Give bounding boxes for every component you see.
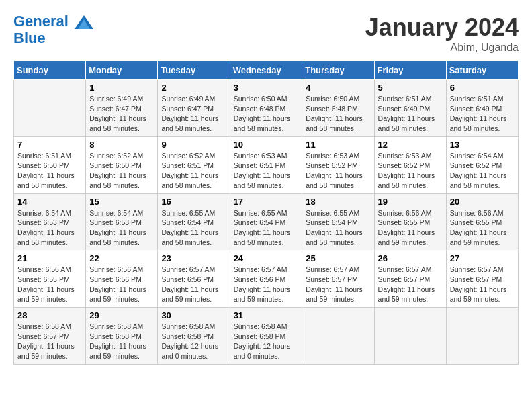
day-number: 24 [234, 253, 299, 263]
calendar-cell: 10Sunrise: 6:53 AMSunset: 6:51 PMDayligh… [230, 136, 302, 193]
calendar-cell [14, 80, 86, 137]
logo-icon [75, 15, 93, 29]
day-number: 19 [378, 197, 443, 207]
calendar-cell: 4Sunrise: 6:50 AMSunset: 6:48 PMDaylight… [302, 80, 374, 137]
day-info: Sunrise: 6:55 AMSunset: 6:54 PMDaylight:… [306, 208, 370, 248]
day-number: 10 [234, 140, 299, 150]
calendar-cell: 27Sunrise: 6:57 AMSunset: 6:57 PMDayligh… [446, 250, 518, 308]
day-number: 25 [306, 253, 370, 263]
day-number: 17 [234, 197, 299, 207]
day-number: 28 [17, 310, 82, 320]
day-info: Sunrise: 6:49 AMSunset: 6:47 PMDaylight:… [89, 94, 154, 134]
day-info: Sunrise: 6:55 AMSunset: 6:54 PMDaylight:… [161, 208, 226, 248]
calendar-cell [446, 308, 518, 365]
day-number: 20 [450, 197, 515, 207]
calendar-cell: 15Sunrise: 6:54 AMSunset: 6:53 PMDayligh… [86, 193, 158, 250]
calendar-cell: 16Sunrise: 6:55 AMSunset: 6:54 PMDayligh… [158, 193, 230, 250]
calendar-cell: 28Sunrise: 6:58 AMSunset: 6:57 PMDayligh… [14, 308, 86, 365]
day-info: Sunrise: 6:56 AMSunset: 6:55 PMDaylight:… [378, 208, 443, 248]
day-info: Sunrise: 6:58 AMSunset: 6:58 PMDaylight:… [89, 322, 154, 361]
calendar-week-1: 1Sunrise: 6:49 AMSunset: 6:47 PMDaylight… [14, 80, 519, 137]
day-info: Sunrise: 6:58 AMSunset: 6:58 PMDaylight:… [234, 322, 299, 361]
calendar-cell: 8Sunrise: 6:52 AMSunset: 6:50 PMDaylight… [86, 136, 158, 193]
calendar-cell: 2Sunrise: 6:49 AMSunset: 6:47 PMDaylight… [158, 80, 230, 137]
calendar-cell: 14Sunrise: 6:54 AMSunset: 6:53 PMDayligh… [14, 193, 86, 250]
column-header-monday: Monday [86, 61, 158, 80]
column-header-friday: Friday [374, 61, 446, 80]
day-info: Sunrise: 6:57 AMSunset: 6:57 PMDaylight:… [378, 265, 443, 304]
day-info: Sunrise: 6:51 AMSunset: 6:50 PMDaylight:… [17, 151, 82, 191]
column-header-thursday: Thursday [302, 61, 374, 80]
day-number: 29 [89, 310, 154, 320]
day-info: Sunrise: 6:55 AMSunset: 6:54 PMDaylight:… [234, 208, 299, 248]
day-number: 11 [306, 140, 370, 150]
calendar-cell: 23Sunrise: 6:57 AMSunset: 6:56 PMDayligh… [158, 250, 230, 308]
day-number: 22 [89, 253, 154, 263]
day-number: 7 [17, 140, 82, 150]
calendar-cell: 20Sunrise: 6:56 AMSunset: 6:55 PMDayligh… [446, 193, 518, 250]
column-header-tuesday: Tuesday [158, 61, 230, 80]
page-header: General Blue January 2024 Abim, Uganda [13, 13, 519, 54]
day-info: Sunrise: 6:56 AMSunset: 6:55 PMDaylight:… [450, 208, 515, 248]
day-number: 4 [306, 83, 370, 93]
day-info: Sunrise: 6:50 AMSunset: 6:48 PMDaylight:… [234, 94, 299, 134]
day-info: Sunrise: 6:54 AMSunset: 6:52 PMDaylight:… [450, 151, 515, 191]
calendar-week-4: 21Sunrise: 6:56 AMSunset: 6:55 PMDayligh… [14, 250, 519, 308]
day-info: Sunrise: 6:53 AMSunset: 6:52 PMDaylight:… [306, 151, 370, 191]
day-number: 26 [378, 253, 443, 263]
day-info: Sunrise: 6:57 AMSunset: 6:56 PMDaylight:… [234, 265, 299, 304]
day-number: 5 [378, 83, 443, 93]
column-header-saturday: Saturday [446, 61, 518, 80]
day-info: Sunrise: 6:49 AMSunset: 6:47 PMDaylight:… [161, 94, 226, 134]
day-number: 3 [234, 83, 299, 93]
calendar-cell: 11Sunrise: 6:53 AMSunset: 6:52 PMDayligh… [302, 136, 374, 193]
calendar-cell: 7Sunrise: 6:51 AMSunset: 6:50 PMDaylight… [14, 136, 86, 193]
calendar-cell: 5Sunrise: 6:51 AMSunset: 6:49 PMDaylight… [374, 80, 446, 137]
calendar-cell: 26Sunrise: 6:57 AMSunset: 6:57 PMDayligh… [374, 250, 446, 308]
day-number: 15 [89, 197, 154, 207]
day-number: 12 [378, 140, 443, 150]
day-info: Sunrise: 6:57 AMSunset: 6:56 PMDaylight:… [161, 265, 226, 304]
day-info: Sunrise: 6:51 AMSunset: 6:49 PMDaylight:… [450, 94, 515, 134]
day-number: 8 [89, 140, 154, 150]
calendar-cell: 17Sunrise: 6:55 AMSunset: 6:54 PMDayligh… [230, 193, 302, 250]
day-info: Sunrise: 6:54 AMSunset: 6:53 PMDaylight:… [89, 208, 154, 248]
logo: General Blue [13, 13, 93, 47]
day-number: 23 [161, 253, 226, 263]
calendar-cell: 3Sunrise: 6:50 AMSunset: 6:48 PMDaylight… [230, 80, 302, 137]
logo-general: General [13, 13, 69, 30]
calendar-week-2: 7Sunrise: 6:51 AMSunset: 6:50 PMDaylight… [14, 136, 519, 193]
day-info: Sunrise: 6:56 AMSunset: 6:55 PMDaylight:… [17, 265, 82, 304]
day-info: Sunrise: 6:57 AMSunset: 6:57 PMDaylight:… [450, 265, 515, 304]
day-number: 9 [161, 140, 226, 150]
column-header-sunday: Sunday [14, 61, 86, 80]
day-info: Sunrise: 6:51 AMSunset: 6:49 PMDaylight:… [378, 94, 443, 134]
month-title: January 2024 [365, 13, 519, 42]
day-info: Sunrise: 6:57 AMSunset: 6:57 PMDaylight:… [306, 265, 370, 304]
calendar-week-3: 14Sunrise: 6:54 AMSunset: 6:53 PMDayligh… [14, 193, 519, 250]
calendar-week-5: 28Sunrise: 6:58 AMSunset: 6:57 PMDayligh… [14, 308, 519, 365]
day-info: Sunrise: 6:56 AMSunset: 6:56 PMDaylight:… [89, 265, 154, 304]
logo-text: General [13, 13, 93, 30]
column-header-wednesday: Wednesday [230, 61, 302, 80]
location-subtitle: Abim, Uganda [365, 42, 519, 54]
day-number: 1 [89, 83, 154, 93]
calendar-cell: 30Sunrise: 6:58 AMSunset: 6:58 PMDayligh… [158, 308, 230, 365]
day-number: 13 [450, 140, 515, 150]
day-number: 31 [234, 310, 299, 320]
day-number: 2 [161, 83, 226, 93]
day-number: 6 [450, 83, 515, 93]
day-info: Sunrise: 6:52 AMSunset: 6:50 PMDaylight:… [89, 151, 154, 191]
calendar-cell: 25Sunrise: 6:57 AMSunset: 6:57 PMDayligh… [302, 250, 374, 308]
calendar-cell: 21Sunrise: 6:56 AMSunset: 6:55 PMDayligh… [14, 250, 86, 308]
day-info: Sunrise: 6:58 AMSunset: 6:58 PMDaylight:… [161, 322, 226, 361]
calendar-cell: 29Sunrise: 6:58 AMSunset: 6:58 PMDayligh… [86, 308, 158, 365]
calendar-cell: 12Sunrise: 6:53 AMSunset: 6:52 PMDayligh… [374, 136, 446, 193]
day-number: 18 [306, 197, 370, 207]
calendar-cell: 31Sunrise: 6:58 AMSunset: 6:58 PMDayligh… [230, 308, 302, 365]
day-number: 21 [17, 253, 82, 263]
calendar-cell: 18Sunrise: 6:55 AMSunset: 6:54 PMDayligh… [302, 193, 374, 250]
day-info: Sunrise: 6:52 AMSunset: 6:51 PMDaylight:… [161, 151, 226, 191]
calendar-cell: 24Sunrise: 6:57 AMSunset: 6:56 PMDayligh… [230, 250, 302, 308]
day-info: Sunrise: 6:53 AMSunset: 6:51 PMDaylight:… [234, 151, 299, 191]
